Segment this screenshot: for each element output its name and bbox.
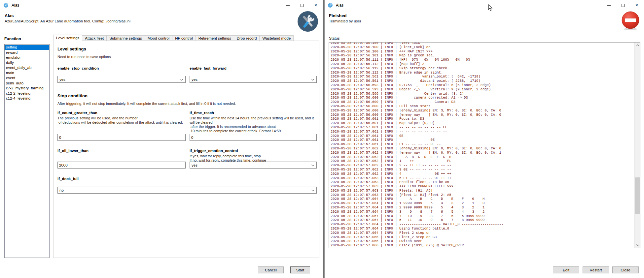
function-list-item[interactable]: daily bbox=[5, 60, 49, 66]
log-line: 2020-05-28 12:07:57.066 | INFO | Click (… bbox=[331, 243, 634, 248]
log-line: 2020-05-28 12:07:57.064 | INFO | Fleet 2… bbox=[331, 231, 634, 235]
alas-logo-icon bbox=[3, 3, 9, 8]
section-title-level-settings: Level settings bbox=[57, 46, 317, 51]
function-list-item[interactable]: c7-2_mystery_farming bbox=[5, 86, 49, 91]
maximize-button[interactable] bbox=[616, 0, 630, 10]
function-list-item[interactable]: semi_auto bbox=[5, 81, 49, 86]
minimize-button[interactable] bbox=[602, 0, 616, 10]
close-action-button[interactable]: Close bbox=[612, 266, 639, 273]
close-button[interactable]: × bbox=[309, 0, 323, 10]
log-line: 2020-05-28 12:07:57.063 | INFO | Fleets:… bbox=[331, 189, 634, 193]
chevron-down-icon bbox=[311, 78, 314, 80]
function-list-item[interactable]: setting bbox=[5, 45, 49, 50]
label-if-trigger-emotion-control: if_trigger_emotion_control bbox=[190, 149, 317, 153]
log-line: 2020-05-28 12:07:56.111 | INFO | [HP] 97… bbox=[331, 58, 634, 62]
if-dock-full-select[interactable]: no bbox=[57, 187, 317, 194]
log-window: Alas × Finished Terminated by user Statu… bbox=[324, 0, 644, 278]
log-line: 2020-05-28 12:07:57.064 | INFO | 3 9 8 7… bbox=[331, 210, 634, 214]
function-list-item[interactable]: event bbox=[5, 76, 49, 81]
log-line: 2020-05-28 12:07:57.064 | INFO | -------… bbox=[331, 222, 634, 227]
mouse-cursor bbox=[488, 4, 493, 11]
maximize-icon bbox=[301, 4, 304, 7]
log-box: 2020-05-28 12:07:56.100 | INFO | fleet_l… bbox=[329, 42, 640, 248]
log-line: 2020-05-28 12:07:57.063 | INFO | <<< FIN… bbox=[331, 184, 634, 189]
log-line: 2020-05-28 12:07:57.064 | INFO | 1 9999 … bbox=[331, 201, 634, 205]
tab[interactable]: Level settings bbox=[53, 35, 82, 41]
status-header: Finished Terminated by user bbox=[325, 10, 644, 34]
log-line: 2020-05-28 12:07:56.601 | INFO | Map swi… bbox=[331, 121, 634, 125]
scroll-down-button[interactable] bbox=[635, 242, 640, 248]
scrollbar-thumb[interactable] bbox=[635, 177, 640, 214]
log-line: 2020-05-28 12:07:57.062 | INFO | [enemy_… bbox=[331, 146, 634, 151]
app-title: Alas bbox=[5, 13, 14, 18]
chevron-down-icon bbox=[636, 243, 639, 246]
select-value: no bbox=[59, 188, 64, 192]
settings-window: Alas × Alas AzurLaneAutoScript, An Azur … bbox=[0, 0, 323, 278]
if-count-greater-than-input[interactable] bbox=[57, 134, 186, 141]
label-if-time-reach: if_time_reach bbox=[190, 111, 317, 115]
start-button[interactable]: Start bbox=[290, 266, 310, 273]
log-line: 2020-05-28 12:07:56.600 | INFO | camera … bbox=[331, 96, 634, 100]
tab[interactable]: Drop record bbox=[234, 35, 260, 41]
log-scrollbar[interactable] bbox=[634, 43, 640, 248]
log-line: 2020-05-28 12:07:57.066 | INFO | Switch … bbox=[331, 239, 634, 243]
section-subtitle-level-settings: Need to run once to save options bbox=[57, 55, 317, 59]
log-line: 2020-05-28 12:07:57.063 | INFO | Predict… bbox=[331, 180, 634, 184]
label-enable-stop-condition: enable_stop_condition bbox=[57, 66, 186, 70]
help-if-time-reach: Use the time within the next 24 hours, t… bbox=[190, 116, 317, 133]
tab[interactable]: Submarine settings bbox=[106, 35, 145, 41]
minimize-button[interactable] bbox=[281, 0, 295, 10]
tab[interactable]: HP control bbox=[172, 35, 196, 41]
close-icon: × bbox=[635, 3, 638, 8]
tab[interactable]: Mood control bbox=[145, 35, 172, 41]
log-line: 2020-05-28 12:07:57.062 | INFO | 3 0E --… bbox=[331, 168, 634, 172]
right-footer: Edit Restart Close bbox=[325, 258, 644, 278]
function-list-item[interactable]: c12-4_leveling bbox=[5, 96, 49, 101]
tab[interactable]: Wasteland mode bbox=[259, 35, 294, 41]
minimize-icon bbox=[607, 5, 611, 6]
log-line: 2020-05-28 12:07:57.061 | INFO | -- -- -… bbox=[331, 130, 634, 134]
maximize-button[interactable] bbox=[295, 0, 309, 10]
function-listbox: settingrewardemulatordailyevent_daily_ab… bbox=[4, 44, 50, 258]
function-list-item[interactable]: event_daily_ab bbox=[5, 65, 49, 71]
select-value: yes bbox=[192, 163, 197, 167]
log-line: 2020-05-28 12:07:56.112 | INFO | [Map_bu… bbox=[331, 62, 634, 66]
if-oil-lower-than-input[interactable] bbox=[57, 162, 186, 169]
tab-bar: Level settingsAttack fleetSubmarine sett… bbox=[53, 35, 294, 41]
close-button[interactable]: × bbox=[630, 0, 644, 10]
level-settings-panel: Level settings Need to run once to save … bbox=[53, 41, 319, 258]
restart-button[interactable]: Restart bbox=[583, 266, 609, 273]
log-line: 2020-05-28 12:07:56.593 | INFO | 0.175s … bbox=[331, 83, 634, 87]
function-list-item[interactable]: main bbox=[5, 71, 49, 76]
log-line: 2020-05-28 12:07:57.061 | INFO | 0E -- -… bbox=[331, 134, 634, 138]
log-line: 2020-05-28 12:07:56.593 | INFO | Edges: … bbox=[331, 87, 634, 92]
if-time-reach-input[interactable] bbox=[190, 134, 317, 141]
log-line: 2020-05-28 12:07:57.061 | INFO | -- -- -… bbox=[331, 138, 634, 142]
tab[interactable]: Retirement settings bbox=[196, 35, 234, 41]
if-trigger-emotion-control-select[interactable]: yes bbox=[190, 162, 317, 169]
titlebar[interactable]: Alas × bbox=[325, 0, 644, 10]
stop-icon bbox=[621, 11, 640, 30]
log-line: 2020-05-28 12:07:57.062 | INFO | 1 -- ++… bbox=[331, 159, 634, 163]
function-list-item[interactable]: c12-2_leveling bbox=[5, 91, 49, 96]
log-line: 2020-05-28 12:07:57.061 | INFO | -- -- -… bbox=[331, 125, 634, 130]
minimize-icon bbox=[286, 5, 290, 6]
log-line: 2020-05-28 12:07:56.112 | INFO | Skip st… bbox=[331, 66, 634, 71]
cancel-button[interactable]: Cancel bbox=[258, 266, 284, 273]
enable-stop-condition-select[interactable]: yes bbox=[57, 76, 186, 83]
log-line: 2020-05-28 12:07:57.064 | INFO | 5 11 10… bbox=[331, 218, 634, 222]
app-header: Alas AzurLaneAutoScript, An Azur Lane au… bbox=[0, 10, 323, 34]
enable-fast-forward-select[interactable]: yes bbox=[190, 76, 317, 83]
function-list-item[interactable]: emulator bbox=[5, 55, 49, 60]
separator bbox=[57, 107, 317, 107]
tab[interactable]: Attack fleet bbox=[82, 35, 107, 41]
help-if-count-greater-than: The previous setting will be used, and t… bbox=[57, 116, 186, 125]
scroll-up-button[interactable] bbox=[635, 43, 640, 48]
log-lines: 2020-05-28 12:07:56.100 | INFO | fleet_l… bbox=[331, 43, 634, 248]
edit-button[interactable]: Edit bbox=[553, 266, 579, 273]
log-line: 2020-05-28 12:07:57.061 | INFO | F1 -- -… bbox=[331, 142, 634, 146]
log-line: 2020-05-28 12:07:56.100 | INFO | [Fleet_… bbox=[331, 45, 634, 49]
chevron-down-icon bbox=[311, 164, 314, 166]
function-list-item[interactable]: reward bbox=[5, 50, 49, 55]
titlebar[interactable]: Alas × bbox=[0, 0, 323, 10]
